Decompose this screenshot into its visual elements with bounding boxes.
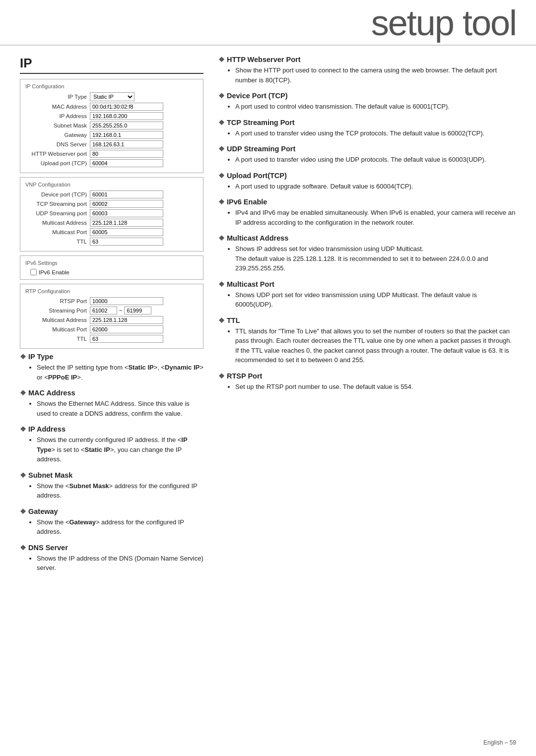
- ip-type-row: IP Type Static IP Dynamic IP PPPoE IP: [25, 92, 198, 101]
- diamond-icon: ❖: [218, 92, 225, 100]
- multicast-port-vnp-row: Multicast Port: [25, 228, 198, 236]
- diamond-icon: ❖: [218, 119, 225, 126]
- streaming-port-input2[interactable]: [124, 307, 151, 315]
- desc-rtsp-port-body: Set up the RTSP port number to use. The …: [226, 382, 516, 392]
- multicast-address-vnp-input[interactable]: [90, 219, 163, 227]
- desc-device-port-tcp-item: A port used to control video transmissio…: [235, 102, 516, 112]
- desc-udp-streaming-port-heading: ❖ UDP Streaming Port: [218, 145, 516, 153]
- page-header: setup tool: [0, 0, 536, 46]
- device-port-tcp-label: Device port (TCP): [25, 191, 90, 197]
- desc-http-webserver-port: ❖ HTTP Webserver Port Show the HTTP port…: [218, 56, 516, 85]
- desc-upload-port-tcp-heading: ❖ Upload Port(TCP): [218, 172, 516, 180]
- upload-port-input[interactable]: [90, 159, 163, 167]
- desc-ipv6-enable: ❖ IPv6 Enable IPv4 and IPv6 may be enabl…: [218, 198, 516, 227]
- desc-ipv6-enable-heading: ❖ IPv6 Enable: [218, 198, 516, 206]
- diamond-icon: ❖: [218, 234, 225, 242]
- ip-address-input[interactable]: [90, 112, 163, 120]
- ip-type-select[interactable]: Static IP Dynamic IP PPPoE IP: [90, 92, 134, 101]
- dns-server-input[interactable]: [90, 140, 163, 148]
- multicast-port-rtp-row: Multicast Port: [25, 325, 198, 333]
- dns-server-row: DNS Server: [25, 140, 198, 148]
- diamond-icon: ❖: [20, 425, 26, 433]
- desc-ipv6-enable-item: IPv4 and IPv6 may be enabled simultaneou…: [235, 208, 516, 227]
- desc-rtsp-port-item: Set up the RTSP port number to use. The …: [235, 382, 516, 392]
- tcp-streaming-port-input[interactable]: [90, 200, 163, 208]
- upload-port-row: Upload port (TCP): [25, 159, 198, 167]
- diamond-icon: ❖: [20, 507, 26, 515]
- gateway-input[interactable]: [90, 131, 163, 139]
- ip-type-label: IP Type: [25, 94, 90, 100]
- device-port-tcp-row: Device port (TCP): [25, 190, 198, 198]
- desc-dns-server-item: Shows the IP address of the DNS (Domain …: [37, 554, 203, 573]
- ipv6-enable-label: IPv6 Enable: [39, 269, 69, 275]
- section-title: IP: [20, 56, 203, 74]
- streaming-port-input1[interactable]: [90, 307, 117, 315]
- desc-subnet-mask-body: Show the <Subnet Mask> address for the c…: [28, 481, 203, 501]
- desc-ip-address-heading: ❖ IP Address: [20, 425, 203, 433]
- desc-multicast-address: ❖ Multicast Address Shows IP address set…: [218, 234, 516, 273]
- desc-ttl-heading: ❖ TTL: [218, 316, 516, 324]
- diamond-icon: ❖: [20, 471, 26, 479]
- desc-subnet-mask: ❖ Subnet Mask Show the <Subnet Mask> add…: [20, 471, 203, 501]
- desc-ipv6-enable-body: IPv4 and IPv6 may be enabled simultaneou…: [226, 208, 516, 227]
- gateway-row: Gateway: [25, 131, 198, 139]
- desc-gateway: ❖ Gateway Show the <Gateway> address for…: [20, 507, 203, 537]
- desc-gateway-heading: ❖ Gateway: [20, 507, 203, 515]
- tcp-streaming-port-row: TCP Streaming port: [25, 200, 198, 208]
- desc-rtsp-port-heading: ❖ RTSP Port: [218, 372, 516, 380]
- ttl-vnp-row: TTL: [25, 238, 198, 246]
- multicast-port-vnp-label: Multicast Port: [25, 229, 90, 235]
- device-port-tcp-input[interactable]: [90, 190, 163, 198]
- desc-ttl: ❖ TTL TTL stands for "Time To Live" that…: [218, 316, 516, 365]
- ttl-rtp-input[interactable]: [90, 335, 163, 343]
- udp-streaming-port-label: UDP Streaming port: [25, 210, 90, 216]
- http-webserver-port-input[interactable]: [90, 150, 163, 158]
- ipv6-enable-checkbox[interactable]: [30, 269, 37, 275]
- multicast-address-rtp-input[interactable]: [90, 316, 163, 324]
- desc-device-port-tcp-heading: ❖ Device Port (TCP): [218, 92, 516, 100]
- diamond-icon: ❖: [218, 172, 225, 180]
- ip-config-title: IP Configuration: [25, 83, 198, 89]
- desc-udp-streaming-port: ❖ UDP Streaming Port A port used to tran…: [218, 145, 516, 165]
- desc-rtsp-port: ❖ RTSP Port Set up the RTSP port number …: [218, 372, 516, 392]
- desc-udp-streaming-port-item: A port used to transfer video using the …: [235, 155, 516, 165]
- mac-address-input[interactable]: [90, 103, 163, 111]
- diamond-icon: ❖: [20, 353, 26, 361]
- rtp-config-title: RTP Configuration: [25, 288, 198, 294]
- subnet-mask-input[interactable]: [90, 122, 163, 129]
- ipv6-settings-box: IPv6 Settings IPv6 Enable: [20, 255, 203, 280]
- mac-address-row: MAC Address: [25, 103, 198, 111]
- desc-multicast-address-body: Shows IP address set for video transmiss…: [226, 244, 516, 273]
- udp-streaming-port-row: UDP Streaming port: [25, 209, 198, 217]
- diamond-icon: ❖: [20, 544, 26, 552]
- desc-ip-address-item: Shows the currently configured IP addres…: [37, 435, 203, 464]
- desc-ip-address-body: Shows the currently configured IP addres…: [28, 435, 203, 464]
- ip-address-row: IP Address: [25, 112, 198, 120]
- multicast-port-vnp-input[interactable]: [90, 228, 163, 236]
- dns-server-label: DNS Server: [25, 141, 90, 147]
- desc-ip-type-item: Select the IP setting type from <Static …: [37, 363, 203, 382]
- desc-tcp-streaming-port-heading: ❖ TCP Streaming Port: [218, 119, 516, 126]
- mac-address-label: MAC Address: [25, 104, 90, 110]
- desc-subnet-mask-heading: ❖ Subnet Mask: [20, 471, 203, 479]
- udp-streaming-port-input[interactable]: [90, 209, 163, 217]
- rtsp-port-input[interactable]: [90, 297, 163, 305]
- ttl-vnp-label: TTL: [25, 239, 90, 245]
- gateway-label: Gateway: [25, 132, 90, 138]
- multicast-port-rtp-input[interactable]: [90, 325, 163, 333]
- streaming-port-separator: ~: [119, 308, 122, 314]
- ttl-vnp-input[interactable]: [90, 238, 163, 246]
- diamond-icon: ❖: [218, 198, 225, 206]
- desc-ip-address: ❖ IP Address Shows the currently configu…: [20, 425, 203, 464]
- header-title: setup tool: [20, 5, 516, 45]
- desc-ttl-body: TTL stands for "Time To Live" that allow…: [226, 326, 516, 365]
- desc-mac-address-heading: ❖ MAC Address: [20, 389, 203, 397]
- ipv6-settings-title: IPv6 Settings: [25, 260, 198, 266]
- desc-gateway-item: Show the <Gateway> address for the confi…: [37, 517, 203, 537]
- rtp-configuration-box: RTP Configuration RTSP Port Streaming Po…: [20, 284, 203, 349]
- http-webserver-port-row: HTTP Webserver port: [25, 150, 198, 158]
- diamond-icon: ❖: [218, 316, 225, 324]
- tcp-streaming-port-label: TCP Streaming port: [25, 201, 90, 207]
- main-content: IP IP Configuration IP Type Static IP Dy…: [0, 46, 536, 590]
- desc-upload-port-tcp-item: A port used to upgrade software. Default…: [235, 182, 516, 191]
